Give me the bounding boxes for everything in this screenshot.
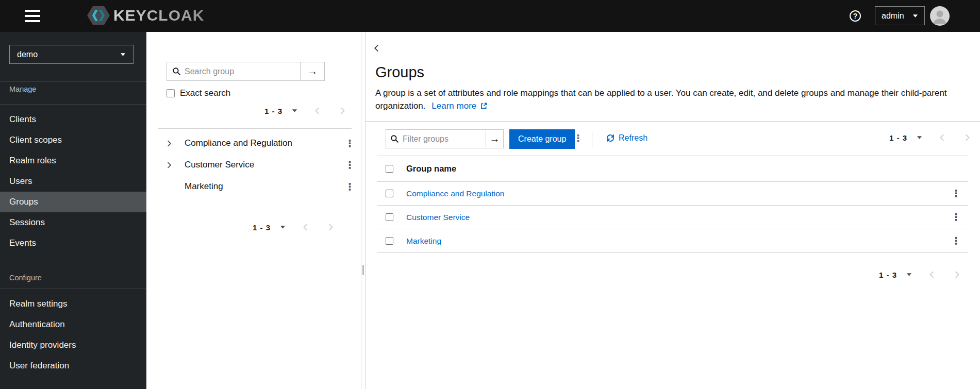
pagination-prev-icon[interactable] [314, 107, 321, 114]
pagination-range: 1 - 3 [889, 133, 907, 142]
refresh-label: Refresh [619, 133, 647, 143]
sidebar: demo Manage Clients Client scopes Realm … [0, 32, 146, 389]
realm-selector[interactable]: demo [9, 45, 134, 64]
pagination-options-caret-icon[interactable] [906, 273, 912, 277]
pagination-next-icon[interactable] [953, 271, 960, 278]
chevron-down-icon [120, 53, 126, 57]
expand-chevron-icon[interactable] [166, 140, 173, 147]
group-link[interactable]: Compliance and Regulation [406, 189, 504, 198]
search-group-input[interactable] [167, 62, 300, 80]
tree-item-label[interactable]: Customer Service [185, 160, 254, 170]
toolbar-kebab-menu-icon[interactable]: ⋮ [573, 133, 583, 143]
divider [366, 121, 980, 122]
pagination-next-icon[interactable] [339, 107, 346, 114]
tree-item-label[interactable]: Marketing [185, 181, 223, 192]
row-checkbox[interactable] [386, 190, 393, 197]
search-submit-button[interactable]: → [300, 62, 324, 80]
keycloak-logo-icon [87, 6, 110, 25]
user-dropdown[interactable]: admin [875, 6, 925, 25]
pagination-range: 1 - 3 [264, 107, 283, 115]
tree-pagination-bottom: 1 - 3 [253, 221, 334, 234]
help-icon[interactable]: ? [850, 10, 861, 22]
sidebar-item-realm-settings[interactable]: Realm settings [0, 294, 146, 314]
row-kebab-menu-icon[interactable]: ⋮ [951, 212, 961, 222]
filter-groups-input[interactable] [386, 130, 486, 148]
sidebar-item-identity-providers[interactable]: Identity providers [0, 335, 146, 356]
pagination-prev-icon[interactable] [302, 224, 309, 231]
tree-item-customer-service[interactable]: Customer Service ⋮ [146, 154, 361, 176]
panel-resizer[interactable] [361, 32, 366, 389]
kebab-menu-icon[interactable]: ⋮ [345, 160, 355, 170]
groups-main-panel: Groups A group is a set of attributes an… [366, 32, 980, 389]
refresh-icon [606, 134, 614, 142]
nav-section-manage: Manage [9, 85, 36, 93]
pagination-options-caret-icon[interactable] [280, 225, 286, 229]
divider [0, 81, 146, 82]
groups-table: Group name Compliance and Regulation ⋮ C… [377, 156, 968, 253]
kebab-menu-icon[interactable]: ⋮ [345, 182, 355, 192]
table-row: Marketing ⋮ [377, 229, 968, 253]
table-header-row: Group name [377, 156, 968, 182]
divider [0, 104, 146, 105]
create-group-button[interactable]: Create group [509, 129, 575, 149]
sidebar-item-sessions[interactable]: Sessions [0, 212, 146, 233]
sidebar-item-groups[interactable]: Groups [0, 192, 146, 212]
divider [0, 289, 146, 289]
search-icon [390, 134, 399, 145]
pagination-next-icon[interactable] [327, 224, 334, 231]
pagination-options-caret-icon[interactable] [917, 136, 922, 140]
table-pagination-top: 1 - 3 [889, 131, 971, 144]
row-kebab-menu-icon[interactable]: ⋮ [951, 189, 961, 198]
sidebar-item-authentication[interactable]: Authentication [0, 314, 146, 335]
exact-search-row: Exact search [167, 88, 230, 98]
column-header-group-name: Group name [406, 164, 456, 174]
tree-item-marketing[interactable]: Marketing ⋮ [146, 176, 361, 197]
table-row: Compliance and Regulation ⋮ [377, 182, 968, 206]
chevron-down-icon [912, 14, 918, 18]
keycloak-logo[interactable]: KEYCLOAK [87, 6, 204, 25]
search-icon [172, 67, 181, 78]
pagination-next-icon[interactable] [964, 134, 971, 141]
masthead: KEYCLOAK ? admin [0, 0, 980, 32]
pagination-options-caret-icon[interactable] [292, 109, 297, 113]
sidebar-item-client-scopes[interactable]: Client scopes [0, 130, 146, 150]
nav-toggle-hamburger-icon[interactable] [25, 10, 40, 22]
refresh-button[interactable]: Refresh [606, 133, 647, 143]
keycloak-admin-console: KEYCLOAK ? admin demo Manage Clients [0, 0, 980, 389]
resize-handle[interactable] [362, 265, 364, 275]
sidebar-item-realm-roles[interactable]: Realm roles [0, 150, 146, 171]
select-all-checkbox[interactable] [386, 165, 393, 173]
tree-pagination-top: 1 - 3 [264, 104, 346, 117]
filter-groups-control: → [386, 129, 504, 148]
tree-item-compliance-and-regulation[interactable]: Compliance and Regulation ⋮ [146, 132, 361, 154]
sidebar-item-users[interactable]: Users [0, 171, 146, 192]
sidebar-item-events[interactable]: Events [0, 233, 146, 253]
pagination-range: 1 - 3 [879, 270, 897, 279]
learn-more-link[interactable]: Learn more [431, 101, 487, 111]
realm-selector-value: demo [17, 50, 38, 59]
sidebar-item-clients[interactable]: Clients [0, 109, 146, 130]
user-dropdown-label: admin [882, 11, 904, 21]
group-link[interactable]: Customer Service [406, 213, 470, 222]
page-title: Groups [375, 64, 424, 81]
row-kebab-menu-icon[interactable]: ⋮ [951, 236, 961, 246]
avatar[interactable] [930, 6, 950, 26]
group-tree-panel: → Exact search 1 - 3 Compliance and Reg [146, 32, 361, 389]
divider [158, 128, 352, 129]
group-link[interactable]: Marketing [406, 236, 441, 246]
pagination-prev-icon[interactable] [928, 271, 936, 278]
pagination-prev-icon[interactable] [939, 134, 946, 141]
row-checkbox[interactable] [386, 237, 393, 245]
row-checkbox[interactable] [386, 213, 393, 221]
nav-section-configure: Configure [9, 274, 42, 282]
filter-submit-button[interactable]: → [486, 130, 503, 148]
kebab-menu-icon[interactable]: ⋮ [345, 139, 355, 148]
sidebar-item-user-federation[interactable]: User federation [0, 356, 146, 376]
keycloak-logo-text: KEYCLOAK [113, 7, 204, 24]
tree-item-label[interactable]: Compliance and Regulation [185, 138, 292, 148]
page-description: A group is a set of attributes and role … [375, 87, 966, 113]
collapse-drawer-chevron-icon[interactable] [373, 44, 380, 52]
expand-chevron-icon[interactable] [166, 162, 173, 168]
exact-search-checkbox[interactable] [167, 89, 175, 97]
group-search-control: → [167, 62, 325, 81]
